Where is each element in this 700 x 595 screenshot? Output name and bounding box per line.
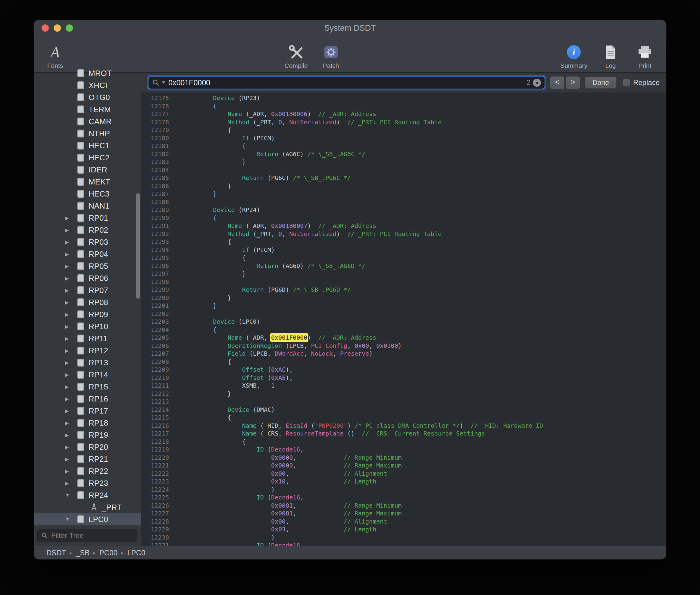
sidebar-item-hec2[interactable]: HEC2 — [34, 151, 141, 164]
sidebar-item-xhci[interactable]: XHCI — [34, 79, 141, 91]
print-button[interactable]: Print — [634, 44, 656, 69]
sidebar-item-rp19[interactable]: ▶RP19 — [34, 429, 141, 441]
sidebar-item-rp24[interactable]: ▼RP24 — [34, 489, 141, 501]
sidebar-item-hec1[interactable]: HEC1 — [34, 140, 141, 151]
sidebar-item-mrot[interactable]: MROT — [34, 67, 141, 79]
compile-label: Compile — [285, 62, 308, 69]
disclosure-triangle-icon[interactable]: ▶ — [65, 384, 77, 390]
disclosure-triangle-icon[interactable]: ▶ — [65, 360, 77, 366]
done-button[interactable]: Done — [585, 77, 616, 89]
sidebar-item-rp18[interactable]: ▶RP18 — [34, 417, 141, 429]
document-icon — [77, 93, 85, 102]
disclosure-triangle-icon[interactable]: ▶ — [65, 456, 77, 462]
code-text: 0x0000, // Range Minimum — [173, 454, 401, 462]
disclosure-triangle-icon[interactable]: ▶ — [65, 444, 77, 450]
sidebar-item-otg0[interactable]: OTG0 — [34, 91, 141, 104]
code-line: 12191 Name (_ADR, 0x001B0007) // _ADR: A… — [141, 222, 666, 230]
sidebar-item-rp17[interactable]: ▶RP17 — [34, 405, 141, 417]
sidebar-item-rp02[interactable]: ▶RP02 — [34, 224, 141, 236]
sidebar-item-rp03[interactable]: ▶RP03 — [34, 236, 141, 248]
disclosure-triangle-icon[interactable]: ▶ — [65, 480, 77, 486]
disclosure-triangle-icon[interactable]: ▶ — [65, 348, 77, 353]
search-field[interactable]: 0x001F0000 2 × — [148, 76, 545, 89]
disclosure-triangle-icon[interactable]: ▶ — [65, 420, 77, 426]
sidebar-item-rp01[interactable]: ▶RP01 — [34, 212, 141, 224]
replace-toggle[interactable]: Replace — [622, 78, 660, 87]
line-number: 12221 — [141, 461, 173, 470]
disclosure-triangle-icon[interactable]: ▶ — [65, 239, 77, 245]
sidebar-item-rp11[interactable]: ▶RP11 — [34, 333, 141, 344]
sidebar-item-_prt[interactable]: _PRT — [34, 501, 141, 513]
disclosure-triangle-icon[interactable]: ▼ — [65, 517, 77, 522]
disclosure-triangle-icon[interactable]: ▼ — [65, 492, 77, 498]
find-previous-button[interactable]: < — [550, 76, 565, 89]
sidebar-item-rp12[interactable]: ▶RP12 — [34, 344, 141, 357]
sidebar-item-rp21[interactable]: ▶RP21 — [34, 453, 141, 465]
breadcrumb-item[interactable]: LPC0 — [127, 548, 145, 557]
fonts-button[interactable]: A Fonts — [44, 44, 66, 69]
disclosure-triangle-icon[interactable]: ▶ — [65, 372, 77, 378]
compile-button[interactable]: Compile — [285, 44, 308, 69]
sidebar-item-rp16[interactable]: ▶RP16 — [34, 393, 141, 405]
find-next-button[interactable]: > — [566, 76, 580, 89]
document-icon — [77, 358, 85, 367]
disclosure-triangle-icon[interactable]: ▶ — [65, 215, 77, 221]
sidebar-item-nthp[interactable]: NTHP — [34, 128, 141, 140]
zoom-button[interactable] — [66, 24, 73, 32]
sidebar-item-term[interactable]: TERM — [34, 104, 141, 115]
sidebar-item-rp10[interactable]: ▶RP10 — [34, 320, 141, 333]
sidebar-item-rp22[interactable]: ▶RP22 — [34, 465, 141, 477]
sidebar-item-lpc0[interactable]: ▼LPC0 — [34, 513, 141, 526]
disclosure-triangle-icon[interactable]: ▶ — [65, 263, 77, 269]
disclosure-triangle-icon[interactable]: ▶ — [65, 251, 77, 257]
disclosure-triangle-icon[interactable]: ▶ — [65, 469, 77, 474]
sidebar-item-rp04[interactable]: ▶RP04 — [34, 248, 141, 260]
clear-search-icon[interactable]: × — [533, 79, 541, 87]
sidebar-item-rp14[interactable]: ▶RP14 — [34, 369, 141, 381]
code-text: IO (Decode16, — [173, 446, 304, 454]
disclosure-triangle-icon[interactable]: ▶ — [65, 432, 77, 438]
disclosure-triangle-icon[interactable]: ▶ — [65, 324, 77, 330]
disclosure-triangle-icon[interactable]: ▶ — [65, 300, 77, 305]
disclosure-triangle-icon[interactable]: ▶ — [65, 312, 77, 317]
sidebar-item-hec3[interactable]: HEC3 — [34, 188, 141, 200]
disclosure-triangle-icon[interactable]: ▶ — [65, 396, 77, 402]
sidebar-item-rp09[interactable]: ▶RP09 — [34, 308, 141, 320]
breadcrumb-item[interactable]: DSDT — [47, 548, 66, 557]
sidebar-scrollbar[interactable] — [136, 193, 140, 299]
sidebar-item-label: TERM — [89, 105, 111, 114]
minimize-button[interactable] — [54, 24, 61, 32]
sidebar-item-nan1[interactable]: NAN1 — [34, 200, 141, 212]
log-button[interactable]: Log — [599, 44, 622, 69]
search-scope-chevron-icon[interactable] — [162, 81, 165, 84]
code-editor[interactable]: 12175 Device (RP23)12176 {12177 Name (_A… — [141, 93, 666, 546]
patch-button[interactable]: Patch — [320, 44, 342, 69]
summary-button[interactable]: i Summary — [560, 44, 587, 69]
sidebar-item-rp20[interactable]: ▶RP20 — [34, 441, 141, 453]
breadcrumb-item[interactable]: _SB — [76, 548, 89, 557]
filter-tree-field[interactable] — [37, 529, 138, 542]
document-icon — [77, 418, 85, 427]
sidebar-item-rp23[interactable]: ▶RP23 — [34, 477, 141, 489]
sidebar-item-rp07[interactable]: ▶RP07 — [34, 284, 141, 296]
sidebar-item-rp05[interactable]: ▶RP05 — [34, 260, 141, 272]
breadcrumb-item[interactable]: PC00 — [99, 548, 118, 557]
close-button[interactable] — [41, 24, 49, 32]
filter-tree-input[interactable] — [51, 531, 133, 540]
line-number: 12209 — [141, 366, 173, 374]
disclosure-triangle-icon[interactable]: ▶ — [65, 288, 77, 293]
sidebar-item-rp15[interactable]: ▶RP15 — [34, 381, 141, 393]
disclosure-triangle-icon[interactable]: ▶ — [65, 408, 77, 414]
sidebar-item-camr[interactable]: CAMR — [34, 115, 141, 128]
replace-checkbox[interactable] — [622, 79, 630, 86]
disclosure-triangle-icon[interactable]: ▶ — [65, 336, 77, 341]
sidebar-item-ider[interactable]: IDER — [34, 164, 141, 176]
search-input[interactable]: 0x001F0000 — [169, 78, 210, 87]
sidebar-item-rp13[interactable]: ▶RP13 — [34, 357, 141, 369]
sidebar-item-rp08[interactable]: ▶RP08 — [34, 296, 141, 308]
sidebar-tree[interactable]: MROTXHCIOTG0TERMCAMRNTHPHEC1HEC2IDERMEKT… — [34, 67, 141, 526]
sidebar-item-rp06[interactable]: ▶RP06 — [34, 272, 141, 284]
disclosure-triangle-icon[interactable]: ▶ — [65, 227, 77, 233]
disclosure-triangle-icon[interactable]: ▶ — [65, 276, 77, 281]
sidebar-item-mekt[interactable]: MEKT — [34, 176, 141, 188]
